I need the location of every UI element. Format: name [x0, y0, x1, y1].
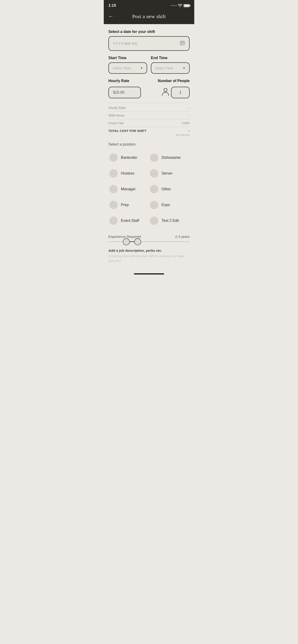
page-title: Post a new shift [116, 14, 182, 20]
experience-row: Experience Required 2-3 years [108, 234, 190, 238]
position-radio-expo [150, 201, 158, 209]
main-content: Select a date for your shift YYYY-MM-DD … [104, 24, 194, 268]
svg-rect-8 [182, 44, 183, 44]
hourly-rate-label: Hourly Rate [108, 79, 129, 83]
battery-icon [184, 4, 190, 7]
description-label: Add a job description, perks etc. [108, 248, 190, 252]
back-button[interactable]: ← [108, 14, 114, 20]
end-time-label: End Time [151, 56, 190, 60]
svg-rect-4 [181, 43, 182, 44]
svg-rect-5 [182, 43, 183, 44]
position-item-dishwasher[interactable]: Dishwasher [149, 150, 190, 165]
position-section-label: Select a position [108, 142, 190, 146]
cost-summary: Hourly Rate - Shift Hours - Croux Fee +1… [108, 103, 190, 137]
header: ← Post a new shift [104, 10, 194, 24]
end-time-placeholder: Select Time [155, 66, 183, 70]
position-item-prep[interactable]: Prep [108, 198, 149, 212]
position-radio-other [150, 185, 158, 193]
people-section: 1 [162, 87, 190, 98]
start-time-placeholder: Select Time [113, 66, 140, 70]
position-item-server[interactable]: Server [149, 166, 190, 181]
position-name-prep: Prep [121, 203, 129, 207]
cost-shift-hours-value: - [188, 114, 190, 117]
cost-total-label: TOTAL COST FOR SHIFT [108, 129, 146, 132]
position-name-event-staff: Event Staff [121, 218, 139, 223]
position-name-hostess: Hostess [121, 171, 134, 176]
position-radio-dishwasher [150, 154, 158, 162]
svg-point-9 [164, 88, 167, 92]
status-icons [171, 4, 190, 7]
end-time-select[interactable]: Select Time ▼ [151, 62, 190, 74]
cost-shift-hours-row: Shift Hours - [108, 112, 190, 120]
start-time-select[interactable]: Select Time ▼ [108, 62, 147, 74]
hourly-rate-value: $15.00 [113, 90, 124, 94]
cost-hourly-rate-label: Hourly Rate [108, 106, 126, 110]
slider-thumb-right[interactable] [134, 238, 141, 245]
position-name-server: Server [162, 171, 172, 176]
position-name-dishwasher: Dishwasher [162, 156, 181, 160]
calendar-icon [180, 40, 185, 46]
start-time-col: Start Time Select Time ▼ [108, 56, 147, 74]
time-row: Start Time Select Time ▼ End Time Select… [108, 56, 190, 74]
end-time-col: End Time Select Time ▼ [151, 56, 190, 74]
description-subtext: Croux members will rate their shift for … [108, 254, 190, 263]
status-time: 1:15 [108, 4, 116, 8]
start-time-label: Start Time [108, 56, 147, 60]
cost-shift-hours-label: Shift Hours [108, 114, 124, 117]
cost-hourly-rate-value: - [188, 106, 190, 110]
position-item-event-staff[interactable]: Event Staff [108, 213, 149, 228]
position-item-manager[interactable]: Manager [108, 182, 149, 196]
end-time-arrow: ▼ [183, 66, 185, 70]
status-bar: 1:15 [104, 0, 194, 10]
position-item-hostess[interactable]: Hostess [108, 166, 149, 181]
position-name-expo: Expo [162, 203, 170, 207]
date-section-label: Select a date for your shift [108, 30, 190, 34]
position-item-test2edit[interactable]: Test 2 Edit [149, 213, 190, 228]
bottom-bar [104, 268, 194, 276]
experience-label: Experience Required [108, 234, 141, 238]
position-item-expo[interactable]: Expo [149, 198, 190, 212]
cost-croux-fee-value: +18% [181, 121, 190, 125]
experience-value: 2-3 years [175, 234, 190, 238]
position-radio-server [150, 169, 158, 178]
home-indicator [134, 273, 164, 274]
hourly-rate-input[interactable]: $15.00 [108, 87, 141, 98]
svg-rect-7 [181, 44, 182, 44]
cost-croux-fee-label: Croux Fee [108, 121, 123, 125]
start-time-arrow: ▼ [140, 66, 143, 70]
position-radio-prep [109, 201, 118, 209]
position-radio-test2edit [150, 216, 158, 225]
positions-grid: Bartender Dishwasher Hostess Server Mana… [108, 150, 190, 228]
experience-slider[interactable] [108, 241, 190, 242]
position-name-other: Other [162, 187, 171, 191]
position-item-bartender[interactable]: Bartender [108, 150, 149, 165]
cost-total-value: - [188, 129, 190, 132]
position-name-test2edit: Test 2 Edit [162, 218, 179, 223]
cost-croux-fee-row: Croux Fee +18% [108, 120, 190, 127]
cost-hourly-rate-row: Hourly Rate - [108, 104, 190, 112]
number-of-people-value: 1 [179, 90, 181, 94]
position-radio-hostess [109, 169, 118, 178]
position-item-other[interactable]: Other [149, 182, 190, 196]
position-radio-event-staff [109, 216, 118, 225]
signal-icon [171, 5, 177, 6]
date-input[interactable]: YYYY-MM-DD [108, 36, 190, 51]
position-radio-manager [109, 185, 118, 193]
wifi-icon [178, 4, 182, 7]
date-placeholder: YYYY-MM-DD [113, 42, 180, 46]
number-of-people-label: Number of People [158, 79, 190, 83]
slider-thumb-left[interactable] [123, 238, 130, 245]
svg-rect-6 [183, 43, 184, 44]
number-of-people-input[interactable]: 1 [171, 87, 190, 98]
rate-people-inputs: $15.00 1 [108, 87, 190, 98]
position-name-manager: Manager [121, 187, 136, 191]
position-radio-bartender [109, 154, 118, 162]
person-icon [162, 88, 169, 98]
per-person-label: Per Person [108, 134, 190, 137]
position-name-bartender: Bartender [121, 156, 137, 160]
